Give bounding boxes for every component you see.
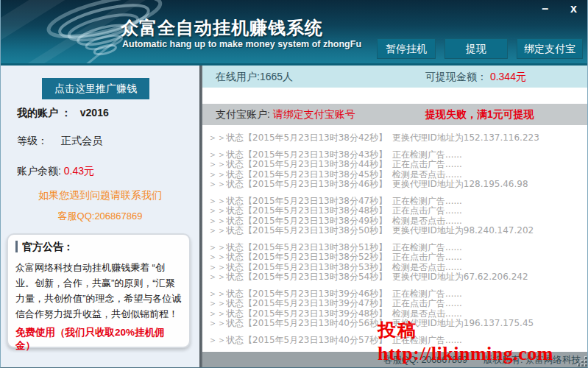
main-panel: 在线用户:1665人 可提现金额： 0.344元 支付宝账户: 请绑定支付宝账号… bbox=[202, 66, 588, 368]
official-notice-box: 官方公告： 众富网络科技自动挂机赚钱秉着 “创业。创新，合作，共赢”的原则，“汇… bbox=[7, 233, 191, 348]
window-controls: – x bbox=[539, 1, 580, 16]
log-row: ＞＞状态【2015年5月23日13时38分43秒】正在检测广告...... bbox=[208, 150, 587, 160]
log-message: 更换代理ID地址为152.137.116.223 bbox=[392, 133, 539, 143]
account-value: v2016 bbox=[80, 107, 109, 118]
log-row: ＞＞状态【2015年5月23日13时39分48秒】检测是否点击...... bbox=[208, 309, 587, 319]
promote-earn-button[interactable]: 点击这里推广赚钱 bbox=[42, 78, 149, 99]
log-row: ＞＞状态【2015年5月23日13时38分51秒】正在检测广告...... bbox=[208, 243, 587, 252]
notice-highlight: 免费使用（我们只收取20%挂机佣金） bbox=[15, 326, 182, 353]
level-value: 正式会员 bbox=[61, 135, 102, 146]
alipay-value[interactable]: 请绑定支付宝账号 bbox=[273, 108, 355, 120]
app-title: 众富全自动挂机赚钱系统 bbox=[121, 16, 323, 40]
balance-value: 0.43元 bbox=[64, 165, 94, 177]
online-users: 在线用户:1665人 bbox=[216, 66, 293, 88]
log-message: 更换代理ID地址为196.137.175.45 bbox=[392, 319, 534, 328]
log-row: ＞＞状态【2015年5月23日13时38分47秒】正在检测广告...... bbox=[208, 197, 587, 206]
log-timestamp: ＞＞状态【2015年5月23日13时40分56秒】 bbox=[208, 319, 392, 328]
log-timestamp: ＞＞状态【2015年5月23日13时38分53秒】 bbox=[208, 263, 392, 272]
log-timestamp: ＞＞状态【2015年5月23日13时38分52秒】 bbox=[208, 252, 392, 262]
log-row: ＞＞状态【2015年5月23日13时38分46秒】更换代理ID地址为128.19… bbox=[208, 180, 587, 189]
notice-title: 官方公告： bbox=[15, 241, 182, 252]
notice-body: 众富网络科技自动挂机赚钱秉着 “创业。创新，合作，共赢”的原则，“汇聚力量，共创… bbox=[15, 260, 182, 322]
log-row: ＞＞状态【2015年5月23日13时38分42秒】更换代理ID地址为152.13… bbox=[208, 133, 587, 143]
log-message: 正在检测广告...... bbox=[392, 243, 462, 252]
log-message: 正在检测广告...... bbox=[392, 336, 462, 345]
log-timestamp: ＞＞状态【2015年5月23日13时38分54秒】 bbox=[208, 272, 392, 282]
log-message: 检测是否点击...... bbox=[392, 170, 462, 180]
minimize-button[interactable]: – bbox=[539, 1, 551, 16]
log-timestamp: ＞＞状态【2015年5月23日13时39分47秒】 bbox=[208, 299, 392, 308]
log-message: 正在检测广告...... bbox=[392, 289, 462, 299]
withdrawable-label: 可提现金额： bbox=[425, 71, 487, 82]
alipay-account-row: 支付宝账户: 请绑定支付宝账号 提现失败，满1元可提现 bbox=[202, 104, 588, 125]
log-row: ＞＞状态【2015年5月23日13时38分48秒】正在点击广告...... bbox=[208, 206, 587, 216]
withdraw-status: 提现失败，满1元可提现 bbox=[425, 104, 534, 125]
log-message: 正在点击广告...... bbox=[392, 206, 462, 216]
online-users-label: 在线用户: bbox=[216, 71, 260, 82]
log-message: 更换代理ID地址为67.62.206.242 bbox=[392, 272, 528, 282]
contact-line: 如果您遇到问题请联系我们 bbox=[1, 189, 199, 202]
withdraw-button[interactable]: 提现 bbox=[444, 38, 508, 59]
log-row: ＞＞状态【2015年5月23日13时38分45秒】检测是否点击...... bbox=[208, 170, 587, 180]
resize-grip-icon[interactable] bbox=[578, 358, 587, 367]
header-buttons: 暂停挂机 提现 绑定支付宝 bbox=[377, 38, 583, 59]
log-timestamp: ＞＞状态【2015年5月23日13时38分50秒】 bbox=[208, 226, 392, 236]
sidebar: 点击这里推广赚钱 我的账户 ： v2016 等级： 正式会员 账户余额: 0.4… bbox=[1, 66, 199, 368]
withdrawable-value: 0.344元 bbox=[490, 71, 526, 82]
log-message: 检测是否点击...... bbox=[392, 309, 462, 319]
log-row: ＞＞状态【2015年5月23日13时40分57秒】正在检测广告...... bbox=[208, 336, 587, 345]
log-timestamp: ＞＞状态【2015年5月23日13时38分47秒】 bbox=[208, 197, 392, 206]
log-row: ＞＞状态【2015年5月23日13时39分47秒】正在点击广告...... bbox=[208, 299, 587, 308]
alipay-account: 支付宝账户: 请绑定支付宝账号 bbox=[216, 104, 355, 125]
log-row: ＞＞状态【2015年5月23日13时38分54秒】更换代理ID地址为67.62.… bbox=[208, 272, 587, 282]
log-message: 正在点击广告...... bbox=[392, 160, 462, 169]
log-message: 正在点击广告...... bbox=[392, 252, 462, 262]
log-row: ＞＞状态【2015年5月23日13时38分52秒】正在点击广告...... bbox=[208, 252, 587, 262]
log-row: ＞＞状态【2015年5月23日13时38分49秒】检测是否点击...... bbox=[208, 216, 587, 226]
online-users-value: 1665人 bbox=[260, 71, 293, 82]
log-timestamp: ＞＞状态【2015年5月23日13时38分42秒】 bbox=[208, 133, 392, 143]
pause-hangup-button[interactable]: 暂停挂机 bbox=[377, 38, 436, 59]
log-message: 更换代理ID地址为128.195.46.98 bbox=[392, 180, 528, 189]
log-row: ＞＞状态【2015年5月23日13时38分44秒】正在点击广告...... bbox=[208, 160, 587, 169]
footer-copyright: 版权所有: 众富网络科技 bbox=[483, 352, 581, 368]
log-timestamp: ＞＞状态【2015年5月23日13时39分48秒】 bbox=[208, 309, 392, 319]
log-row: ＞＞状态【2015年5月23日13时38分50秒】更换代理ID地址为98.240… bbox=[208, 226, 587, 236]
online-users-row: 在线用户:1665人 可提现金额： 0.344元 bbox=[202, 66, 588, 88]
account-label: 我的账户 ： bbox=[17, 107, 71, 118]
level-row: 等级： 正式会员 bbox=[17, 135, 102, 148]
app-subtitle: Automatic hang up to make money system o… bbox=[122, 39, 361, 49]
log-message: 更换代理ID地址为98.240.147.202 bbox=[392, 226, 534, 236]
log-message: 检测是否点击...... bbox=[392, 216, 462, 226]
bind-alipay-button[interactable]: 绑定支付宝 bbox=[517, 38, 583, 59]
log-timestamp: ＞＞状态【2015年5月23日13时39分46秒】 bbox=[208, 289, 392, 299]
close-button[interactable]: x bbox=[567, 1, 580, 16]
footer-bar: 客服QQ: 206867869 版权所有: 众富网络科技 bbox=[202, 352, 588, 368]
level-label: 等级： bbox=[17, 135, 48, 146]
log-timestamp: ＞＞状态【2015年5月23日13时38分48秒】 bbox=[208, 206, 392, 216]
log-message: 正在检测广告...... bbox=[392, 197, 462, 206]
log-row: ＞＞状态【2015年5月23日13时38分53秒】检测是否点击...... bbox=[208, 263, 587, 272]
header: 众富全自动挂机赚钱系统 Automatic hang up to make mo… bbox=[1, 0, 588, 66]
log-message: 正在点击广告...... bbox=[392, 299, 462, 308]
log-timestamp: ＞＞状态【2015年5月23日13时38分51秒】 bbox=[208, 243, 392, 252]
log-row: ＞＞状态【2015年5月23日13时39分46秒】正在检测广告...... bbox=[208, 289, 587, 299]
log-timestamp: ＞＞状态【2015年5月23日13时38分44秒】 bbox=[208, 160, 392, 169]
log-message: 正在检测广告...... bbox=[392, 150, 462, 160]
footer-qq: 客服QQ: 206867869 bbox=[383, 352, 467, 368]
log-timestamp: ＞＞状态【2015年5月23日13时38分46秒】 bbox=[208, 180, 392, 189]
log-timestamp: ＞＞状态【2015年5月23日13时38分45秒】 bbox=[208, 170, 392, 180]
log-timestamp: ＞＞状态【2015年5月23日13时40分57秒】 bbox=[208, 336, 392, 345]
withdrawable-amount: 可提现金额： 0.344元 bbox=[425, 66, 526, 88]
log-message: 检测是否点击...... bbox=[392, 263, 462, 272]
balance-row: 账户余额: 0.43元 bbox=[17, 165, 94, 178]
status-log-list: ＞＞状态【2015年5月23日13时38分42秒】更换代理ID地址为152.13… bbox=[208, 133, 587, 345]
log-timestamp: ＞＞状态【2015年5月23日13时38分43秒】 bbox=[208, 150, 392, 160]
balance-label: 账户余额: bbox=[17, 165, 61, 177]
app-window: 众富全自动挂机赚钱系统 Automatic hang up to make mo… bbox=[0, 0, 588, 368]
service-qq-line: 客服QQ:206867869 bbox=[1, 210, 199, 223]
alipay-label: 支付宝账户: bbox=[216, 108, 270, 120]
account-row: 我的账户 ： v2016 bbox=[17, 107, 109, 120]
log-timestamp: ＞＞状态【2015年5月23日13时38分49秒】 bbox=[208, 216, 392, 226]
log-row: ＞＞状态【2015年5月23日13时40分56秒】更换代理ID地址为196.13… bbox=[208, 319, 587, 328]
